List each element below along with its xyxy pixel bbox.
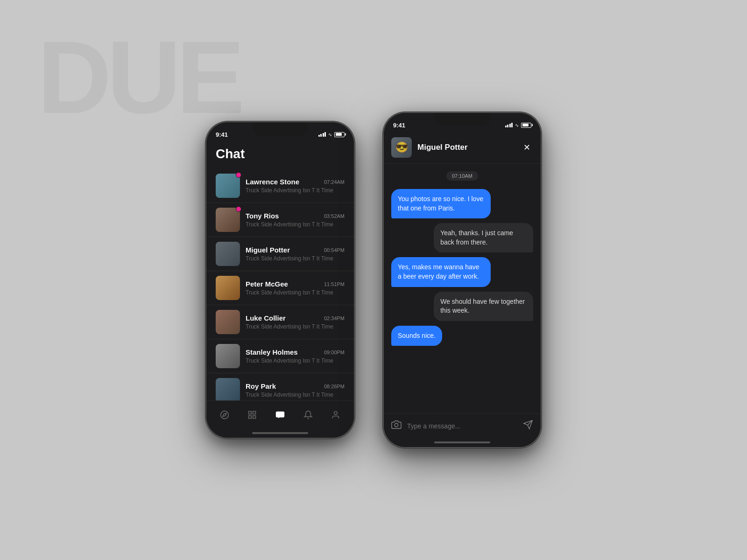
signal-bar [505, 126, 507, 127]
notch [252, 122, 308, 135]
avatar-container [216, 242, 240, 266]
timestamp-label: 07:10AM [391, 171, 533, 181]
chat-name: Stanley Holmes [246, 348, 298, 356]
signal-bar [324, 132, 326, 137]
avatar-face [216, 344, 240, 368]
message-row: Yes, makes me wanna have a beer every da… [391, 257, 533, 287]
wifi-icon-2: ∿ [515, 123, 519, 128]
timestamp-pill: 07:10AM [446, 171, 478, 181]
chat-header: 😎 Miguel Potter ✕ [384, 133, 541, 164]
chat-name-row: Miguel Potter 00:54PM [246, 246, 345, 254]
home-bar-1 [252, 432, 308, 434]
send-button[interactable] [523, 420, 533, 432]
chat-preview: Truck Side Advertising Isn T It Time [246, 392, 345, 398]
message-row: We should have few together this week. [391, 292, 533, 321]
message-row: Yeah, thanks. I just came back from ther… [391, 223, 533, 252]
nav-item-bell[interactable] [303, 410, 313, 420]
chat-info: Lawrence Stone 07:24AM Truck Side Advert… [246, 178, 345, 194]
chat-preview: Truck Side Advertising Isn T It Time [246, 221, 345, 228]
message-row: You photos are so nice. I love that one … [391, 189, 533, 218]
chat-list: Lawrence Stone 07:24AM Truck Side Advert… [206, 169, 354, 400]
phone1-screen: 9:41 ∿ Chat [206, 122, 354, 438]
chat-name: Peter McGee [246, 280, 288, 288]
chat-time: 07:24AM [324, 179, 345, 185]
avatar-container [216, 208, 240, 232]
battery-fill-1 [336, 133, 342, 136]
status-icons-2: ∿ [505, 123, 532, 128]
chat-name-row: Tony Rios 03:52AM [246, 212, 345, 220]
avatar [216, 276, 240, 300]
signal-bars-1 [318, 132, 326, 137]
chat-item[interactable]: Tony Rios 03:52AM Truck Side Advertising… [206, 203, 354, 237]
unread-dot [236, 206, 241, 212]
chat-info: Stanley Holmes 09:00PM Truck Side Advert… [246, 348, 345, 364]
chat-name-row: Roy Park 08:26PM [246, 382, 345, 390]
svg-rect-2 [249, 411, 252, 414]
chat-name: Roy Park [246, 382, 276, 390]
chat-preview: Truck Side Advertising Isn T It Time [246, 323, 345, 330]
chat-item[interactable]: Stanley Holmes 09:00PM Truck Side Advert… [206, 339, 354, 373]
signal-bar [511, 123, 513, 127]
status-time-2: 9:41 [393, 122, 405, 129]
avatar-container [216, 174, 240, 198]
nav-item-grid[interactable] [247, 410, 257, 420]
signal-bars-2 [505, 123, 513, 127]
chat-info: Tony Rios 03:52AM Truck Side Advertising… [246, 212, 345, 228]
nav-item-profile[interactable] [331, 410, 340, 420]
chat-item[interactable]: Peter McGee 11:51PM Truck Side Advertisi… [206, 271, 354, 305]
chat-time: 02:34PM [324, 315, 345, 321]
message-bubble: Sounds nice. [391, 326, 442, 346]
camera-icon[interactable] [391, 420, 402, 432]
chat-item[interactable]: Miguel Potter 00:54PM Truck Side Adverti… [206, 237, 354, 271]
chat-item[interactable]: Luke Collier 02:34PM Truck Side Advertis… [206, 305, 354, 339]
close-button[interactable]: ✕ [520, 141, 533, 154]
svg-rect-3 [253, 411, 256, 414]
chat-info: Peter McGee 11:51PM Truck Side Advertisi… [246, 280, 345, 296]
chat-item[interactable]: Roy Park 08:26PM Truck Side Advertising … [206, 373, 354, 400]
phones-container: 9:41 ∿ Chat [205, 112, 542, 448]
svg-rect-4 [249, 415, 252, 418]
message-input[interactable] [407, 422, 517, 430]
avatar-container [216, 310, 240, 334]
chat-name: Miguel Potter [246, 246, 290, 254]
avatar-face [216, 242, 240, 266]
nav-item-compass[interactable] [220, 410, 229, 420]
signal-bar [320, 134, 322, 137]
chat-preview: Truck Side Advertising Isn T It Time [246, 255, 345, 262]
unread-dot [236, 172, 241, 178]
home-bar-2 [434, 441, 490, 443]
signal-bar [509, 124, 511, 127]
avatar [216, 174, 240, 198]
signal-bar [318, 135, 320, 137]
home-indicator-1 [206, 428, 354, 438]
chat-time: 08:26PM [324, 384, 345, 389]
chat-title: Chat [206, 143, 354, 169]
chat-time: 11:51PM [324, 281, 345, 287]
chat-header-avatar: 😎 [391, 137, 412, 158]
chat-item[interactable]: Lawrence Stone 07:24AM Truck Side Advert… [206, 169, 354, 203]
message-bubble: Yes, makes me wanna have a beer every da… [391, 257, 491, 287]
phone-chat-detail: 9:41 ∿ [383, 112, 542, 448]
avatar [216, 310, 240, 334]
chat-time: 03:52AM [324, 213, 345, 219]
signal-bar [507, 125, 508, 127]
chat-time: 09:00PM [324, 350, 345, 355]
chat-time: 00:54PM [324, 247, 345, 253]
nav-item-chat[interactable] [275, 410, 285, 420]
chat-name-row: Stanley Holmes 09:00PM [246, 348, 345, 356]
avatar [216, 208, 240, 232]
battery-icon-1 [334, 132, 345, 137]
chat-detail-screen: 😎 Miguel Potter ✕ 07:10AM You photos are… [384, 133, 541, 447]
avatar [216, 344, 240, 368]
home-indicator-2 [384, 438, 541, 447]
message-row: Sounds nice. [391, 326, 533, 346]
avatar-face [216, 310, 240, 334]
svg-point-8 [334, 411, 337, 414]
chat-list-screen: Chat Lawrence Stone 07:24AM Truck Side A… [206, 143, 354, 438]
notch-2 [434, 113, 490, 126]
chat-input-area [384, 413, 541, 438]
wifi-icon-1: ∿ [328, 132, 332, 137]
message-bubble: We should have few together this week. [434, 292, 533, 321]
chat-preview: Truck Side Advertising Isn T It Time [246, 187, 345, 194]
message-bubble: You photos are so nice. I love that one … [391, 189, 491, 218]
